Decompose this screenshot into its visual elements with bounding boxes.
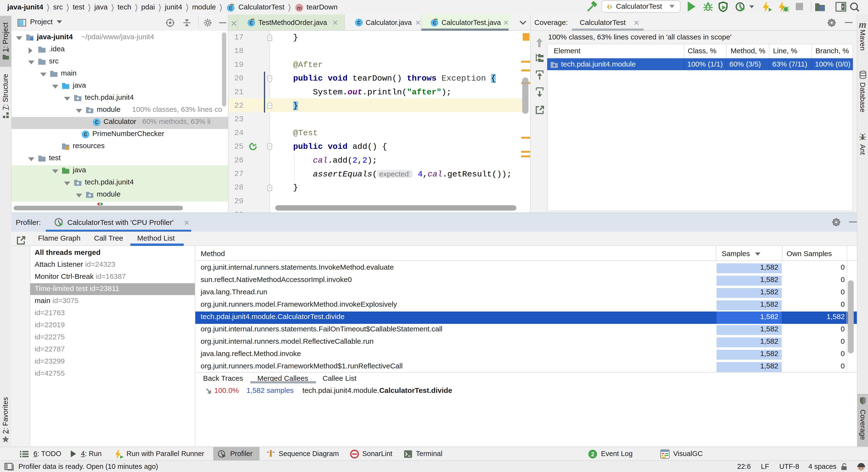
svg-text:C: C	[229, 6, 232, 12]
svg-text:C: C	[84, 132, 87, 138]
svg-text:C: C	[357, 20, 360, 26]
svg-text:C: C	[250, 20, 253, 26]
svg-text:C: C	[95, 120, 98, 126]
svg-text:m: m	[297, 5, 302, 11]
svg-text:2: 2	[591, 451, 594, 458]
svg-text:C: C	[433, 20, 436, 26]
